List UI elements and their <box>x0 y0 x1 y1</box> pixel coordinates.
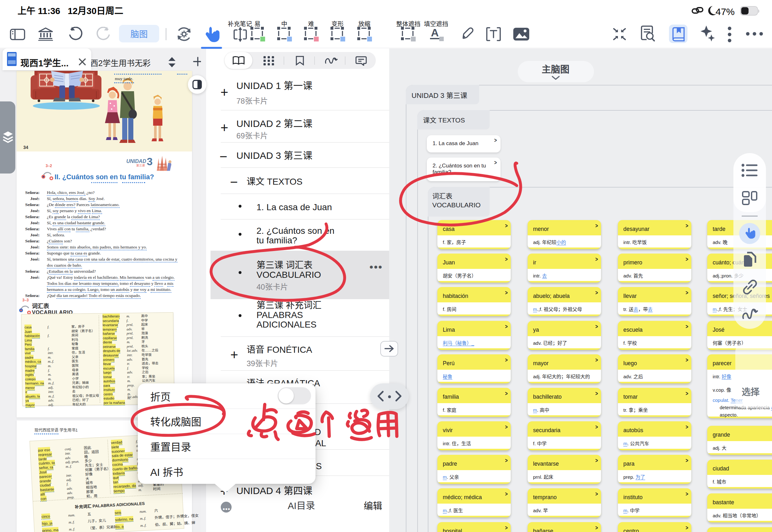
svg-text:A: A <box>431 27 439 39</box>
